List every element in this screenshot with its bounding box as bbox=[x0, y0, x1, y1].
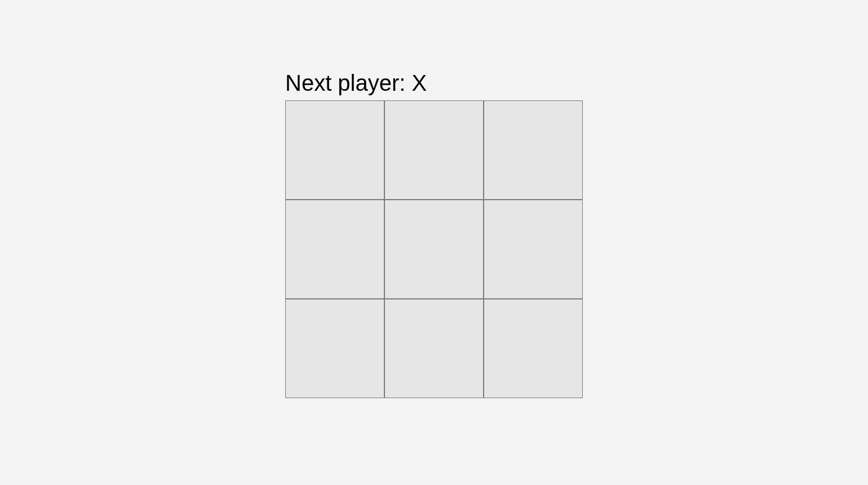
square-1[interactable] bbox=[384, 100, 484, 200]
game-container: Next player: X bbox=[285, 70, 583, 398]
board-row bbox=[285, 299, 583, 398]
game-status: Next player: X bbox=[285, 70, 427, 96]
square-0[interactable] bbox=[285, 100, 384, 200]
square-8[interactable] bbox=[484, 299, 583, 398]
board-row bbox=[285, 100, 583, 200]
square-4[interactable] bbox=[384, 200, 484, 299]
board-row bbox=[285, 200, 583, 299]
square-5[interactable] bbox=[484, 200, 583, 299]
square-2[interactable] bbox=[484, 100, 583, 200]
square-3[interactable] bbox=[285, 200, 384, 299]
game-board bbox=[285, 100, 583, 398]
square-7[interactable] bbox=[384, 299, 484, 398]
square-6[interactable] bbox=[285, 299, 384, 398]
